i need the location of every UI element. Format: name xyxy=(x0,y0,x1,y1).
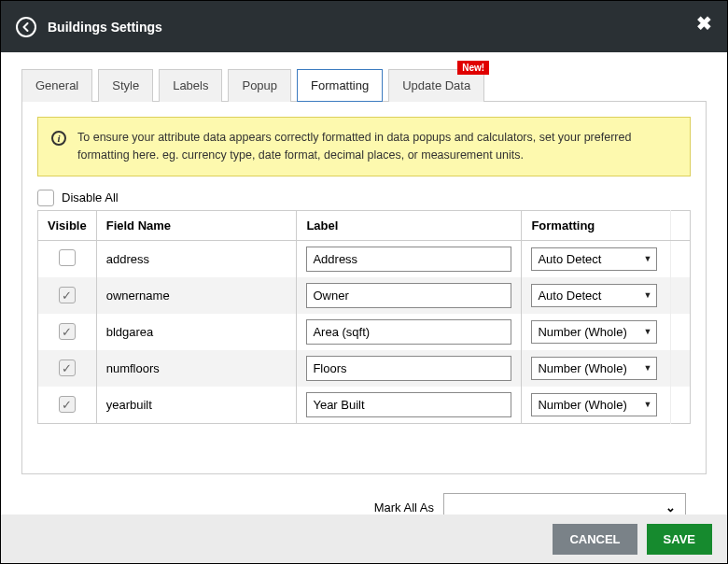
mark-all-label: Mark All As xyxy=(374,501,434,515)
dialog-content: General Style Labels Popup Formatting Up… xyxy=(1,52,727,521)
tab-style[interactable]: Style xyxy=(98,69,153,102)
col-formatting: Formatting xyxy=(522,210,671,240)
info-icon: i xyxy=(51,131,66,146)
visible-checkbox[interactable] xyxy=(59,249,76,266)
formatting-select[interactable] xyxy=(531,247,657,271)
tab-update-data[interactable]: Update Data New! xyxy=(388,69,484,102)
field-name: address xyxy=(96,240,297,277)
table-row: address xyxy=(38,240,691,277)
field-name: numfloors xyxy=(96,350,297,387)
table-row: bldgarea xyxy=(38,314,691,350)
tab-panel-formatting: i To ensure your attribute data appears … xyxy=(21,101,707,474)
tab-popup[interactable]: Popup xyxy=(228,69,291,102)
label-input[interactable] xyxy=(306,319,511,345)
new-badge: New! xyxy=(457,61,489,75)
formatting-select[interactable] xyxy=(531,284,657,307)
visible-checkbox[interactable] xyxy=(59,287,76,303)
label-input[interactable] xyxy=(306,247,511,272)
fields-table: Visible Field Name Label Formatting addr… xyxy=(37,210,691,424)
col-field: Field Name xyxy=(96,210,297,240)
formatting-select[interactable] xyxy=(531,393,657,416)
table-row: ownername xyxy=(38,277,691,314)
tab-label: Update Data xyxy=(402,78,470,92)
tab-labels[interactable]: Labels xyxy=(159,69,222,102)
tab-formatting[interactable]: Formatting xyxy=(297,69,383,102)
chevron-down-icon: ⌄ xyxy=(665,501,676,515)
save-button[interactable]: SAVE xyxy=(647,524,712,555)
visible-checkbox[interactable] xyxy=(59,360,76,376)
disable-all-row: Disable All xyxy=(37,190,691,206)
formatting-select[interactable] xyxy=(531,320,657,344)
dialog-header: Buildings Settings ✖ xyxy=(1,1,727,52)
arrow-left-icon xyxy=(21,22,31,32)
disable-all-label: Disable All xyxy=(62,190,119,204)
formatting-select[interactable] xyxy=(531,357,657,380)
tab-general[interactable]: General xyxy=(21,69,92,102)
visible-checkbox[interactable] xyxy=(59,396,76,413)
col-spacer xyxy=(671,210,691,240)
info-text: To ensure your attribute data appears co… xyxy=(77,129,677,164)
field-name: yearbuilt xyxy=(96,387,297,424)
close-button[interactable]: ✖ xyxy=(696,12,712,35)
tab-bar: General Style Labels Popup Formatting Up… xyxy=(21,69,707,102)
col-visible: Visible xyxy=(38,210,97,240)
label-input[interactable] xyxy=(306,283,511,308)
table-row: yearbuilt xyxy=(38,387,691,424)
field-name: ownername xyxy=(96,277,297,314)
label-input[interactable] xyxy=(306,392,511,417)
col-label: Label xyxy=(297,210,522,240)
visible-checkbox[interactable] xyxy=(59,323,76,340)
dialog-title: Buildings Settings xyxy=(48,20,162,35)
label-input[interactable] xyxy=(306,356,511,381)
dialog-footer: CANCEL SAVE xyxy=(1,515,727,563)
disable-all-checkbox[interactable] xyxy=(37,190,54,206)
cancel-button[interactable]: CANCEL xyxy=(553,524,637,555)
back-button[interactable] xyxy=(16,17,36,37)
field-name: bldgarea xyxy=(96,314,297,350)
info-banner: i To ensure your attribute data appears … xyxy=(37,117,691,176)
table-row: numfloors xyxy=(38,350,691,387)
